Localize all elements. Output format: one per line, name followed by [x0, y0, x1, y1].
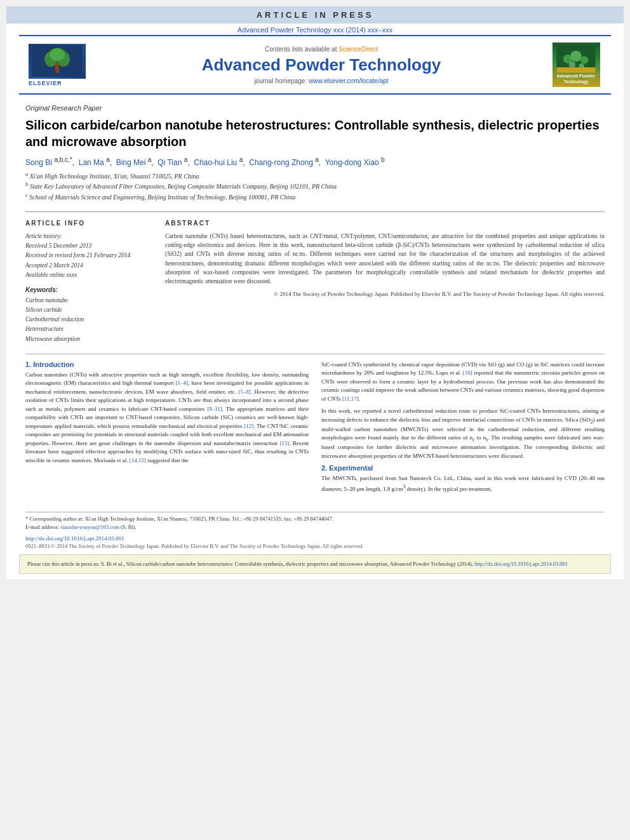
revised-date: Received in revised form 21 February 201… [25, 251, 152, 260]
ref-9-11: [9–11] [207, 406, 222, 412]
journal-header: ELSEVIER Contents lists available at Sci… [19, 35, 611, 95]
article-info-heading: ARTICLE INFO [25, 220, 152, 227]
history-label: Article history: [25, 232, 152, 241]
email-note: E-mail address: xiaozhu-youyou@163.com (… [25, 523, 605, 531]
svg-point-5 [50, 48, 65, 61]
journal-info: Contents lists available at ScienceDirec… [92, 46, 551, 84]
citation-doi-link[interactable]: http://dx.doi.org/10.1016/j.apt.2014.03.… [474, 561, 568, 567]
svg-point-10 [569, 61, 576, 68]
received-date: Received 5 December 2013 [25, 241, 152, 251]
ref-12: [12] [244, 423, 253, 429]
ref-14-15: [14,15] [130, 457, 146, 463]
author-yong-dong-xiao: Yong-dong Xiao [325, 158, 379, 167]
ref-11-17: [11,17] [342, 396, 359, 402]
sciencedirect-link[interactable]: ScienceDirect [338, 46, 378, 53]
abstract-text: Carbon nanotube (CNTs) based heterostruc… [165, 232, 605, 286]
section1-para1: Carbon nanotubes (CNTs) with attractive … [25, 371, 309, 465]
section1-para2: SiC-coated CNTs synthesized by chemical … [321, 361, 605, 404]
citation-box: Please cite this article in press as: S.… [19, 554, 611, 574]
elsevier-text: ELSEVIER [29, 80, 62, 86]
author-song-bi: Song Bi [25, 158, 52, 167]
apt-logo-text: Advanced Powder Technology [555, 73, 598, 84]
affiliation-b: b State Key Laboratory of Advanced Fiber… [25, 181, 605, 191]
footnote-divider [25, 512, 605, 512]
article-info-abstract: ARTICLE INFO Article history: Received 5… [25, 211, 605, 344]
issn-line: 0921–8831/© 2014 The Society of Powder T… [6, 543, 624, 549]
apt-logo: Advanced Powder Technology [551, 43, 601, 87]
author-chang-rong-zhong: Chang-rong Zhong [249, 158, 313, 167]
affiliations: a Xi'an High Technology Institute, Xi'an… [25, 171, 605, 202]
article-history: Article history: Received 5 December 201… [25, 232, 152, 280]
journal-title: Advanced Powder Technology [98, 55, 544, 75]
section2-heading: 2. Experimental [321, 464, 605, 472]
abstract-section: ABSTRACT Carbon nanotube (CNTs) based he… [165, 220, 605, 344]
authors-line: Song Bi a,b,c,*, Lan Ma a, Bing Mei a, Q… [25, 156, 605, 167]
svg-rect-4 [55, 63, 59, 73]
svg-point-9 [580, 57, 588, 64]
svg-point-8 [570, 51, 582, 62]
article-in-press-banner: ARTICLE IN PRESS [6, 6, 624, 23]
ref-1-4: [1–4] [176, 380, 189, 386]
sciencedirect-line: Contents lists available at ScienceDirec… [98, 46, 544, 53]
affiliation-a: a Xi'an High Technology Institute, Xi'an… [25, 171, 605, 181]
journal-homepage: journal homepage: www.elsevier.com/locat… [98, 77, 544, 84]
apt-logo-box: Advanced Powder Technology [553, 43, 600, 87]
ref-16: [16] [463, 370, 473, 376]
section2-para1: The MWCNTs, purchased from Sun Nanotech … [321, 474, 605, 493]
available-date: Available online xxxx [25, 270, 152, 280]
body-columns: 1. Introduction Carbon nanotubes (CNTs) … [25, 361, 605, 498]
paper-type: Original Research Paper [25, 104, 605, 112]
author-qi-tian: Qi Tian [158, 158, 182, 167]
doi-line: http://dx.doi.org/10.1016/j.apt.2014.03.… [6, 535, 624, 542]
ref-13: [13] [279, 440, 289, 446]
svg-rect-12 [556, 67, 595, 73]
homepage-url[interactable]: www.elsevier.com/locate/apt [309, 77, 389, 84]
paper-title: Silicon carbide/carbon nanotube heterost… [25, 117, 605, 150]
author-bing-mei: Bing Mei [116, 158, 146, 167]
keyword-4: Heterostructure [25, 324, 152, 334]
footnotes: * Corresponding author at: Xi'an High Te… [6, 515, 624, 531]
ref-5-8: [5–8] [238, 389, 251, 395]
journal-reference: Advanced Powder Technology xxx (2014) xx… [6, 23, 624, 35]
section1-heading: 1. Introduction [25, 361, 309, 368]
article-info-panel: ARTICLE INFO Article history: Received 5… [25, 220, 152, 344]
section-divider [25, 354, 605, 354]
keywords-list: Carbon nanotube Silicon carbide Carbothe… [25, 296, 152, 344]
affiliation-c: c School of Materials Science and Engine… [25, 192, 605, 202]
accepted-date: Accepted 2 March 2014 [25, 261, 152, 270]
keyword-3: Carbothermal reduction [25, 315, 152, 324]
body-left-col: 1. Introduction Carbon nanotubes (CNTs) … [25, 361, 309, 498]
section1-para3: In this work, we reported a novel carbot… [321, 407, 605, 460]
body-right-col: SiC-coated CNTs synthesized by chemical … [321, 361, 605, 498]
doi-link[interactable]: http://dx.doi.org/10.1016/j.apt.2014.03.… [25, 535, 124, 542]
citation-prefix: Please cite this article in press as: S.… [27, 561, 474, 567]
elsevier-logo-image [29, 44, 86, 79]
author-chao-hui-liu: Chao-hui Liu [194, 158, 237, 167]
elsevier-logo: ELSEVIER [29, 44, 92, 86]
keyword-1: Carbon nanotube [25, 296, 152, 305]
abstract-copyright: © 2014 The Society of Powder Technology … [165, 291, 605, 297]
keyword-5: Microwave absorption [25, 335, 152, 344]
author-lan-ma: Lan Ma [79, 158, 104, 167]
keywords-section: Keywords: Carbon nanotube Silicon carbid… [25, 286, 152, 344]
keywords-heading: Keywords: [25, 286, 152, 293]
email-link[interactable]: xiaozhu-youyou@163.com [60, 524, 119, 530]
keyword-2: Silicon carbide [25, 305, 152, 315]
abstract-heading: ABSTRACT [165, 220, 605, 227]
corresponding-author-note: * Corresponding author at: Xi'an High Te… [25, 515, 605, 523]
